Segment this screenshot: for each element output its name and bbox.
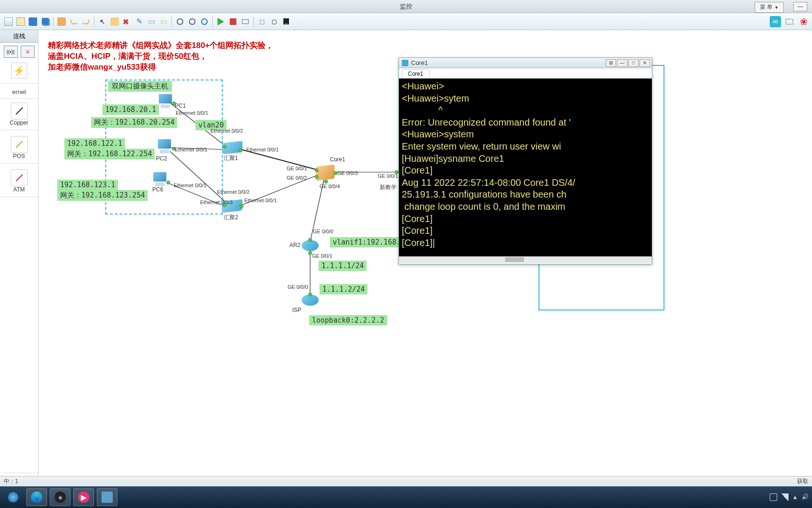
- device-pc2[interactable]: [156, 139, 173, 153]
- atm-label: ATM: [0, 186, 38, 194]
- delete-button[interactable]: ✖: [121, 16, 133, 27]
- rect-button[interactable]: ▭: [158, 16, 169, 27]
- port-dot: [240, 204, 243, 208]
- isp-loopback: loopback0:2.2.2.2: [309, 315, 387, 325]
- cli-tab-strip: Core1: [399, 68, 652, 79]
- isp-label: ISP: [292, 307, 301, 313]
- port-dot: [324, 180, 328, 183]
- huiju1-label: 汇聚1: [224, 154, 238, 162]
- capture-button[interactable]: [240, 16, 251, 27]
- isp-port-up: GE 0/0/0: [288, 284, 308, 290]
- pc6-eth-label: Ethernet 0/0/1: [174, 183, 206, 188]
- status-right: 获取: [797, 477, 808, 485]
- taskbar-edge[interactable]: [26, 488, 47, 506]
- menu-button[interactable]: 菜 单▼: [755, 2, 784, 13]
- core1-far-label: 新教学: [380, 183, 397, 191]
- app-titlebar: 监控 菜 单▼ —: [0, 0, 812, 13]
- cli-h-scrollbar[interactable]: [399, 256, 652, 263]
- copper-link-tool[interactable]: [11, 103, 28, 119]
- zoom-fit-button[interactable]: [199, 16, 210, 27]
- device-pc6[interactable]: [151, 172, 168, 186]
- pc6-label: PC6: [152, 186, 163, 193]
- save-button[interactable]: [27, 16, 39, 27]
- cli-tab-core1[interactable]: Core1: [402, 69, 429, 78]
- start-devices-button[interactable]: [215, 16, 226, 27]
- core1-port-far: GE 0/0/1: [378, 173, 398, 179]
- pos-label: POS: [0, 153, 38, 160]
- camera-host-group-title: 双网口摄像头主机: [108, 81, 172, 92]
- pc1-label: PC1: [175, 103, 186, 109]
- huiju2-port-right: Ethernet 0/0/1: [244, 198, 277, 203]
- print-button[interactable]: [56, 16, 67, 27]
- device-core1[interactable]: [316, 165, 335, 181]
- atm-link-tool[interactable]: [11, 169, 28, 186]
- start-button[interactable]: [3, 488, 23, 506]
- pos-link-tool[interactable]: [11, 136, 28, 153]
- system-tray[interactable]: ▲ 🔊: [770, 493, 809, 501]
- layout-button[interactable]: [784, 16, 795, 27]
- ar2-label: AR2: [289, 242, 300, 248]
- core1-label: Core1: [330, 156, 345, 163]
- tray-volume-icon[interactable]: 🔊: [802, 493, 809, 501]
- minimize-button[interactable]: —: [793, 2, 807, 11]
- ar2-port-up: GE 0/0/0: [313, 229, 333, 234]
- undo-button[interactable]: [68, 16, 79, 27]
- save-all-button[interactable]: [39, 16, 51, 27]
- sidebar-ethernet-title: ernet: [0, 86, 38, 99]
- pc1-eth-label: Ethernet 0/0/1: [176, 110, 208, 116]
- note-button[interactable]: ▭: [146, 16, 157, 27]
- pc1-ip: 192.168.20.1: [102, 104, 159, 115]
- core1-port-d: GE 0/0/4: [320, 183, 340, 189]
- port-dot: [334, 171, 337, 175]
- stop-devices-button[interactable]: [227, 16, 239, 27]
- app-title: 监控: [400, 2, 412, 11]
- huiju2-label: 汇聚2: [224, 214, 238, 222]
- cli-app-icon: [402, 60, 408, 66]
- cli-close-button[interactable]: ✕: [640, 59, 650, 67]
- tray-battery-icon[interactable]: [770, 493, 777, 501]
- device-sidebar: 连线 ((•)) ≡ ⚡ ernet Copper POS ATM 以太网和千 …: [0, 30, 39, 498]
- sidebar-link-category[interactable]: ≡: [21, 46, 35, 58]
- port-dot: [308, 293, 312, 296]
- select-tool-button[interactable]: ↖: [97, 16, 108, 27]
- cli-minimize-button[interactable]: —: [617, 59, 627, 67]
- align-button[interactable]: ▢: [268, 16, 280, 27]
- auto-link-tool[interactable]: ⚡: [11, 63, 27, 79]
- cli-output[interactable]: <Huawei><Huawei>sytem ^Error: Unrecogniz…: [399, 79, 652, 256]
- group-button[interactable]: ⬚: [256, 16, 267, 27]
- core1-port-l2: GE 0/0/2: [287, 175, 307, 181]
- zoom-out-button[interactable]: [187, 16, 198, 27]
- huiju2-port-left2: Ethernet 0/0/3: [200, 199, 233, 205]
- tray-expand-icon[interactable]: ▲: [792, 494, 798, 500]
- sidebar-wireless-category[interactable]: ((•)): [4, 46, 18, 58]
- sidebar-header: 连线: [0, 30, 38, 43]
- cli-titlebar[interactable]: Core1 ⊞ — □ ✕: [399, 58, 652, 68]
- open-file-button[interactable]: [15, 16, 26, 27]
- cli-window-core1[interactable]: Core1 ⊞ — □ ✕ Core1 <Huawei><Huawei>syte…: [398, 57, 652, 264]
- ar2-vlanif: vlanif1:192.168.2: [330, 237, 408, 247]
- cloud-button[interactable]: ∞: [770, 16, 781, 27]
- huawei-logo-icon: ❀: [798, 16, 809, 27]
- cli-options-button[interactable]: ⊞: [606, 59, 616, 67]
- pc2-gw: 网关：192.168.122.254: [64, 149, 155, 159]
- ar2-wan-up: 1.1.1.1/24: [319, 261, 367, 271]
- windows-taskbar: ◉ ▶ ▲ 🔊: [0, 486, 812, 508]
- edit-button[interactable]: ✎: [133, 16, 145, 27]
- pan-tool-button[interactable]: [109, 16, 120, 27]
- redo-button[interactable]: [80, 16, 92, 27]
- taskbar-ensp[interactable]: [97, 488, 117, 506]
- port-dot: [308, 238, 312, 242]
- taskbar-recorder[interactable]: ▶: [73, 488, 94, 506]
- huiju2-port-left1: Ethernet 0/0/2: [217, 189, 250, 195]
- pc1-gw: 网关：192.168.20.254: [91, 117, 177, 128]
- zoom-in-button[interactable]: [174, 16, 186, 27]
- promo-text: 精彩网络技术老师精讲《组网实战》全套180+个组网拓扑实验， 涵盖HCIA、HC…: [48, 40, 273, 73]
- tray-network-icon[interactable]: [781, 493, 789, 501]
- cli-button[interactable]: _: [281, 16, 292, 27]
- cli-maximize-button[interactable]: □: [628, 59, 639, 67]
- new-file-button[interactable]: [3, 16, 14, 27]
- port-dot: [166, 181, 170, 184]
- device-pc1[interactable]: [157, 94, 174, 108]
- taskbar-obs[interactable]: ◉: [50, 488, 70, 506]
- port-dot: [308, 251, 312, 255]
